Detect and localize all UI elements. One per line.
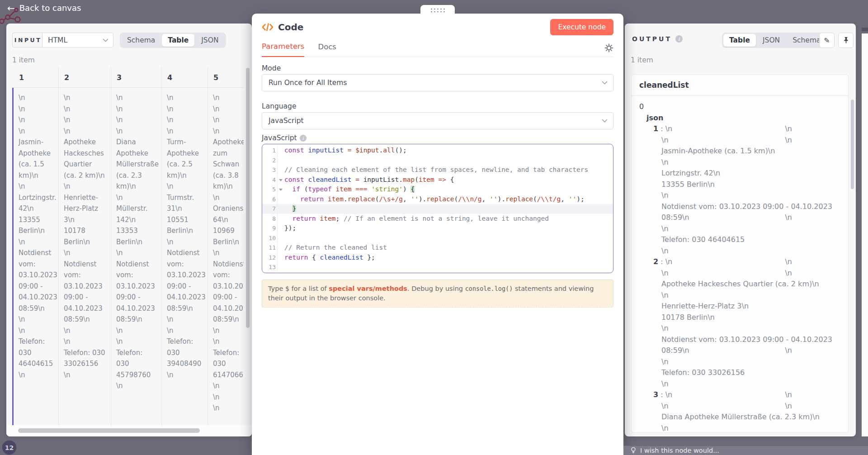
code-line-content <box>278 233 284 243</box>
drag-handle[interactable] <box>420 5 455 14</box>
feedback-bar[interactable]: I wish this node would... <box>623 446 868 455</box>
output-value-line: 13355 Berlin\n <box>653 179 848 190</box>
code-line-content: // Return the cleaned list <box>278 243 387 253</box>
output-value-line: Notdienst vom: 03.10.2023 09:00 - 04.10.… <box>653 334 848 346</box>
list-item[interactable]: 2 : \n\n\n\nApotheke Hackesches Quartier… <box>632 256 848 389</box>
hint-text: . Debug by using <box>407 285 465 292</box>
view-tab-table[interactable]: Table <box>723 34 756 47</box>
chevron-down-icon <box>602 81 608 85</box>
output-field-name: cleanedList <box>632 75 848 96</box>
special-vars-link[interactable]: special vars/methods <box>329 285 407 292</box>
view-tab-schema[interactable]: Schema <box>121 34 161 47</box>
code-node-modal: Code Execute node ParametersDocs Mode Ru… <box>252 14 623 455</box>
output-value-line: \n <box>653 157 848 168</box>
vertical-scrollbar[interactable] <box>246 68 250 328</box>
back-to-canvas-button[interactable]: ← Back to canvas <box>7 3 81 13</box>
input-table: 12345 \n \n \n \n Jasmin-Apotheke (ca. 1… <box>12 66 244 425</box>
info-icon[interactable] <box>675 35 683 43</box>
list-item[interactable]: 1 : \n\n\n\nJasmin-Apotheke (ca. 1.5 km)… <box>632 123 848 256</box>
output-row-index[interactable]: 0 <box>632 101 848 113</box>
tab-docs[interactable]: Docs <box>318 43 336 57</box>
horizontal-scrollbar[interactable] <box>18 428 200 433</box>
editor-label: JavaScript <box>262 134 307 142</box>
language-value: JavaScript <box>269 117 304 125</box>
info-icon[interactable] <box>300 135 307 142</box>
canvas-artifact <box>862 28 868 31</box>
code-line[interactable]: 9}); <box>262 223 613 233</box>
output-value-line: \n\n <box>653 401 848 412</box>
output-value-line: Henriette-Herz-Platz 3\n <box>653 301 848 312</box>
back-arrow-icon: ← <box>7 4 15 13</box>
code-line[interactable]: 1const inputList = $input.all(); <box>262 146 613 156</box>
code-editor-lines: 1const inputList = $input.all();23// Cle… <box>262 146 613 272</box>
fold-toggle-icon[interactable] <box>279 179 283 181</box>
node-tabs: ParametersDocs <box>262 40 613 57</box>
input-source-select[interactable]: HTML <box>42 33 113 47</box>
column-header: 3 <box>111 66 162 88</box>
output-value-line: Telefon: 030 46404615 <box>653 234 848 246</box>
tab-parameters[interactable]: Parameters <box>262 42 304 57</box>
input-table-header-row: 12345 <box>12 66 244 88</box>
mode-select[interactable]: Run Once for All Items <box>262 74 613 91</box>
input-panel: INPUT HTML SchemaTableJSON 1 item 12345 … <box>6 24 252 436</box>
output-value-line: \n <box>653 223 848 235</box>
output-value-line: Apotheke Hackesches Quartier (ca. 2 km)\… <box>653 279 848 290</box>
output-value-line: \n <box>653 356 848 368</box>
view-tab-json[interactable]: JSON <box>757 34 786 47</box>
table-cell: \n \n \n \n Apotheke Hackesches Quartier… <box>59 88 111 425</box>
output-value-line: 10178 Berlin\n <box>653 312 848 323</box>
code-line-content: } <box>278 204 296 214</box>
feedback-text: I wish this node would... <box>640 447 719 454</box>
gear-icon[interactable] <box>604 43 613 52</box>
fold-toggle-icon[interactable] <box>279 189 283 191</box>
line-number: 13 <box>262 262 278 272</box>
editor-label-text: JavaScript <box>262 134 297 142</box>
table-cell: \n \n \n \n Diana Apotheke Müllerstraße … <box>111 88 162 425</box>
list-item[interactable]: 3 : \n\n\n\nDiana Apotheke Müllerstraße … <box>632 389 848 433</box>
code-line-content <box>278 262 284 272</box>
output-value-line: 3 : \n\n <box>653 389 848 401</box>
table-cell: \n \n \n \n Turm-Apotheke (ca. 2.5 km)\n… <box>162 88 208 425</box>
output-json-key[interactable]: json <box>632 113 848 124</box>
output-scrollbar[interactable] <box>851 100 854 189</box>
view-tab-table[interactable]: Table <box>162 34 194 47</box>
line-number: 8 <box>262 214 278 224</box>
output-card: cleanedList 0 json 1 : \n\n\n\nJasmin-Ap… <box>631 74 849 433</box>
line-number: 1 <box>262 146 278 156</box>
output-value-line: Lortzingstr. 42\n <box>653 168 848 179</box>
code-line[interactable]: 6 return item.replace(/\s+/g, '').replac… <box>262 194 613 204</box>
code-line[interactable]: 7 } <box>262 204 613 214</box>
code-line[interactable]: 12return { cleanedList }; <box>262 253 613 263</box>
drag-dots-icon <box>430 8 445 13</box>
chevron-down-icon <box>103 38 108 42</box>
input-view-tabs: SchemaTableJSON <box>120 33 226 48</box>
code-line[interactable]: 11// Return the cleaned list <box>262 243 613 253</box>
language-select[interactable]: JavaScript <box>262 112 613 129</box>
code-line-content: // Cleaning each element of the list fro… <box>278 165 588 175</box>
code-line-content: return item; // If an element is not a s… <box>278 214 549 224</box>
code-line[interactable]: 10 <box>262 233 613 243</box>
code-editor[interactable]: 1const inputList = $input.all();23// Cle… <box>262 144 613 273</box>
code-line[interactable]: 8 return item; // If an element is not a… <box>262 214 613 224</box>
node-title: Code <box>278 22 303 33</box>
pin-data-button[interactable] <box>838 33 854 48</box>
pin-icon <box>843 37 849 44</box>
line-number: 2 <box>262 156 278 166</box>
code-node-icon <box>262 23 274 32</box>
language-label: Language <box>262 102 297 110</box>
code-line-content <box>278 156 284 166</box>
output-value-line: 08:59\n\n <box>653 345 848 356</box>
execute-node-button[interactable]: Execute node <box>550 19 613 35</box>
output-value-line: 1 : \n\n <box>653 123 848 135</box>
lightbulb-icon <box>631 447 636 454</box>
code-line[interactable]: 2 <box>262 156 613 166</box>
horizontal-scrollbar-track <box>6 425 252 436</box>
code-line[interactable]: 5 if (typeof item === 'string') { <box>262 185 613 194</box>
output-value-line: \n <box>653 190 848 201</box>
input-source-group: INPUT HTML <box>12 33 113 47</box>
code-line[interactable]: 13 <box>262 262 613 272</box>
code-line[interactable]: 3// Cleaning each element of the list fr… <box>262 165 613 175</box>
code-line[interactable]: 4const cleanedList = inputList.map(item … <box>262 175 613 185</box>
edit-output-button[interactable] <box>819 33 835 48</box>
view-tab-json[interactable]: JSON <box>195 34 224 47</box>
